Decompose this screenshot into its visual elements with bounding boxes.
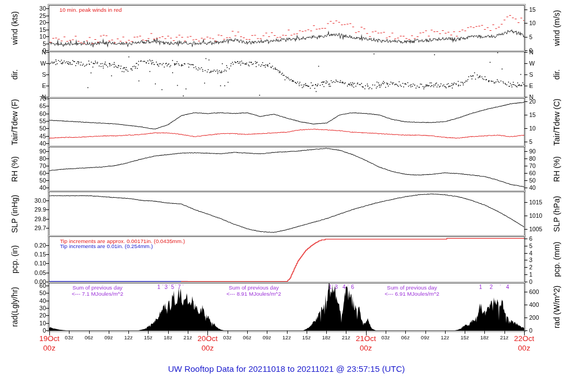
y-tick-label-right: 0 [529,278,555,285]
rad-sum-note: Sum of previous day<--- 7.1 MJoules/m^2 [72,284,123,297]
y-tick-label-left: 50 [22,177,46,184]
x-hour-label: 18z [322,334,330,340]
y-tick-label-left: 40 [22,297,46,304]
y-tick-label-right: 0 [529,327,555,334]
y-tick-label-right: N [529,49,555,55]
x-day-date: 21Oct [356,334,376,343]
y-tick-label-left: 0.10 [22,260,46,267]
y-tick-label-right: 20 [529,98,555,105]
y-tick-label-right: 5 [529,138,555,145]
x-day-date: 19Oct [39,334,59,343]
y-tick-label-left: 29.9 [22,206,46,213]
axis-label-radiation-right: rad (W/m^2) [552,286,561,329]
y-tick-label-left: 70 [22,95,46,102]
y-tick-label-left: 0.15 [22,251,46,258]
x-hour-label: 09z [263,334,271,340]
rad-cumulative-digit: ' [175,283,177,289]
y-tick-label-left: 90 [22,148,46,155]
y-tick-label-left: 40 [22,184,46,191]
rad-sum-line2: <--- 8.91 MJoules/m^2 [226,291,281,297]
y-tick-label-right: 1015 [529,199,555,206]
axis-label-radiation-left: rad(Lgly/hr) [10,287,19,327]
axis-label-temperature-left: Tair/Tdew (F) [10,99,19,145]
y-tick-label-left: 20 [22,312,46,319]
axis-label-wind-left: wind (kts) [10,11,19,45]
x-hour-label: 21z [500,334,508,340]
y-tick-label-right: 5 [529,242,555,249]
x-hour-label: 06z [243,334,251,340]
x-hour-label: 03z [65,334,73,340]
y-tick-label-left: 0.20 [22,242,46,249]
rad-cumulative-digit: 1 [328,284,332,290]
rad-sum-line1: Sum of previous day [72,284,123,291]
axis-label-humidity-left: RH (%) [10,156,19,182]
y-tick-label-right: 15 [529,6,555,13]
x-day-time: 00z [356,343,376,353]
rad-cumulative-digit: ' [169,283,170,289]
y-tick-label-left: 60 [22,110,46,117]
y-tick-label-left: 70 [22,162,46,169]
wind-peak-note: 10 min. peak winds in red [59,7,122,13]
y-tick-label-left: 0.05 [22,269,46,276]
y-tick-label-right: W [529,60,555,67]
y-tick-label-right: 6 [529,235,555,242]
y-tick-label-right: 80 [529,155,555,162]
y-tick-label-left: 5 [22,40,46,47]
x-hour-label: 12z [441,334,449,340]
rad-cumulative-digit: 4 [506,284,510,290]
y-tick-label-right: 600 [529,288,555,295]
y-tick-label-left: E [22,82,46,89]
x-hour-label: 03z [381,334,390,340]
rad-cumulative-digit: ' [163,283,164,289]
x-hour-label: 15z [302,334,311,340]
x-day-time: 00z [514,343,534,353]
y-tick-label-left: 40 [22,140,46,147]
y-tick-label-left: 50 [22,125,46,132]
y-tick-label-left: 10 [22,320,46,326]
y-tick-label-left: 65 [22,102,46,109]
y-tick-label-right: 10 [529,20,555,26]
rad-cumulative-digit: 2 [489,284,493,290]
axis-label-wind-right: wind (m/s) [552,10,561,46]
y-tick-label-right: E [529,82,555,89]
y-tick-label-right: 4 [529,250,555,256]
y-tick-label-left: 0 [22,327,46,334]
rad-cumulative-digit: ' [332,283,334,289]
generated-axis-labels: 051015202530051015wind (kts)wind (m/s)NW… [0,0,574,392]
y-tick-label-right: 90 [529,148,555,155]
y-tick-label-right: 40 [529,184,555,191]
y-tick-label-left: 29.8 [22,216,46,222]
y-tick-label-right: 70 [529,162,555,169]
x-day-time: 00z [197,343,217,353]
y-tick-label-left: 30.0 [22,197,46,204]
y-tick-label-left: 15 [22,26,46,33]
rad-sum-line2: <--- 6.91 MJoules/m^2 [385,291,439,297]
x-hour-label: 18z [480,334,489,340]
y-tick-label-left: 80 [22,155,46,162]
y-tick-label-right: 5 [529,34,555,40]
y-tick-label-left: N [22,49,46,55]
y-tick-label-right: 10 [529,125,555,132]
axis-label-direction-left: dir. [10,69,19,80]
y-tick-label-right: 3 [529,256,555,263]
y-tick-label-right: 1 [529,271,555,278]
rad-cumulative-digit: 6 [351,284,354,290]
y-tick-label-left: 29.7 [22,225,46,231]
y-tick-label-left: 50 [22,290,46,296]
axis-label-pressure-right: SLP (hPa) [552,195,561,231]
x-hour-label: 15z [460,334,469,340]
uw-rooftop-weather-chart: 051015202530051015wind (kts)wind (m/s)NW… [0,0,574,392]
x-hour-label: 09z [104,334,113,340]
x-hour-label: 21z [183,334,192,340]
rad-sum-line2: <--- 7.1 MJoules/m^2 [72,291,123,297]
rad-sum-note: Sum of previous day<--- 8.91 MJoules/m^2 [226,284,281,297]
x-hour-label: 12z [283,334,291,340]
rad-cumulative-digit: ' [348,283,349,289]
x-day-label: 19Oct00z [39,334,59,353]
rad-sum-line1: Sum of previous day [226,284,281,291]
rad-cumulative-digit: 4 [342,284,346,290]
y-tick-label-right: 50 [529,177,555,184]
rad-sum-note: Sum of previous day<--- 6.91 MJoules/m^2 [385,284,439,297]
rad-cumulative-digit: 1 [157,284,160,290]
y-tick-label-right: S [529,71,555,78]
